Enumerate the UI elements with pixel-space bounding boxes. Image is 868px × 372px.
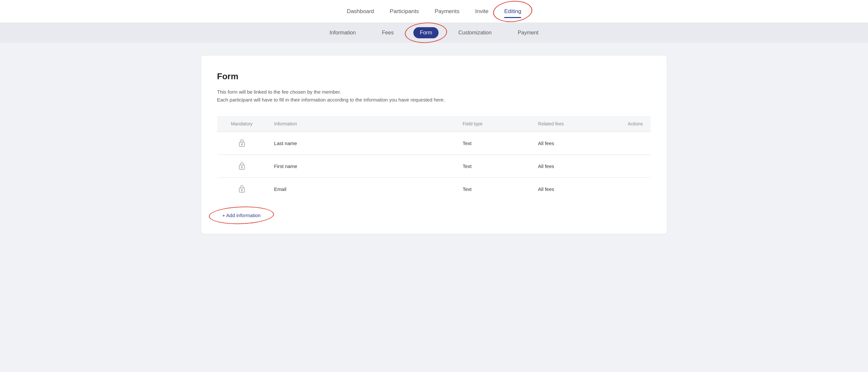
col-header-mandatory: Mandatory xyxy=(217,116,267,132)
lock-icon xyxy=(238,184,246,193)
col-header-actions: Actions xyxy=(606,116,651,132)
subnav-item-fees[interactable]: Fees xyxy=(375,27,400,38)
row3-information: Email xyxy=(266,178,455,201)
table-header-row: Mandatory Information Field type Related… xyxy=(217,116,651,132)
col-header-information: Information xyxy=(266,116,455,132)
sub-nav-items: Information Fees Form Customization Paym… xyxy=(323,27,545,38)
row2-actions xyxy=(606,155,651,178)
row3-related-fees: All fees xyxy=(530,178,606,201)
subnav-item-form[interactable]: Form xyxy=(413,27,439,38)
top-navigation: Dashboard Participants Payments Invite E… xyxy=(0,0,868,23)
row1-information: Last name xyxy=(266,132,455,155)
lock-icon xyxy=(238,162,246,170)
add-information-button[interactable]: + Add information xyxy=(217,210,266,221)
nav-item-dashboard[interactable]: Dashboard xyxy=(347,7,374,16)
form-card: Form This form will be linked to the fee… xyxy=(201,56,667,234)
subnav-item-customization[interactable]: Customization xyxy=(452,27,498,38)
row2-related-fees: All fees xyxy=(530,155,606,178)
nav-item-participants[interactable]: Participants xyxy=(390,7,419,16)
row2-field-type: Text xyxy=(455,155,530,178)
subnav-item-payment[interactable]: Payment xyxy=(512,27,545,38)
page-title: Form xyxy=(217,71,651,81)
col-header-related-fees: Related fees xyxy=(530,116,606,132)
row3-mandatory xyxy=(217,178,267,201)
table-row: First name Text All fees xyxy=(217,155,651,178)
table-row: Last name Text All fees xyxy=(217,132,651,155)
main-content: Form This form will be linked to the fee… xyxy=(188,56,680,234)
row3-actions xyxy=(606,178,651,201)
description-line2: Each participant will have to fill in th… xyxy=(217,97,445,102)
nav-item-invite[interactable]: Invite xyxy=(475,7,488,16)
row2-information: First name xyxy=(266,155,455,178)
description-line1: This form will be linked to the fee chos… xyxy=(217,89,341,95)
top-nav-items: Dashboard Participants Payments Invite E… xyxy=(347,7,521,16)
row1-related-fees: All fees xyxy=(530,132,606,155)
table-row: Email Text All fees xyxy=(217,178,651,201)
row1-actions xyxy=(606,132,651,155)
form-table: Mandatory Information Field type Related… xyxy=(217,115,651,201)
row1-field-type: Text xyxy=(455,132,530,155)
subnav-item-information[interactable]: Information xyxy=(323,27,362,38)
sub-navigation: Information Fees Form Customization Paym… xyxy=(0,23,868,42)
page-description: This form will be linked to the fee chos… xyxy=(217,88,651,104)
row3-field-type: Text xyxy=(455,178,530,201)
lock-icon xyxy=(238,138,246,147)
row1-mandatory xyxy=(217,132,267,155)
col-header-field-type: Field type xyxy=(455,116,530,132)
nav-item-editing[interactable]: Editing xyxy=(504,7,521,16)
row2-mandatory xyxy=(217,155,267,178)
nav-item-payments[interactable]: Payments xyxy=(435,7,460,16)
